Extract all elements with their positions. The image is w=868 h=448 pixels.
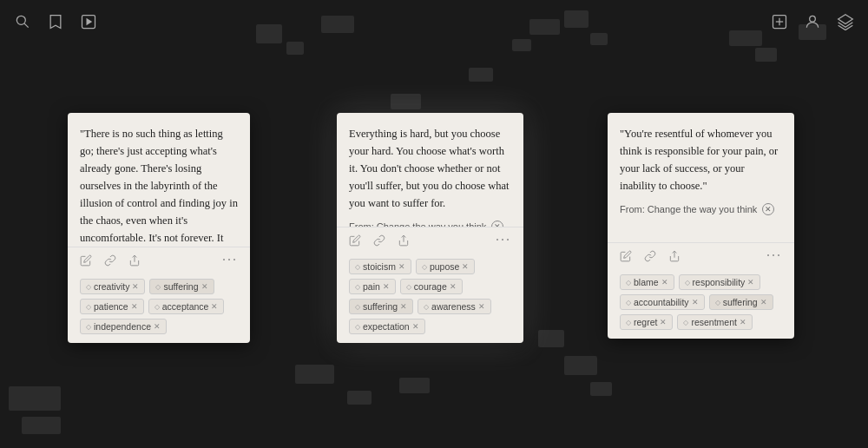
bg-rect xyxy=(22,417,61,434)
card-1: "There is no such thing as letting go; t… xyxy=(68,113,250,343)
tag-regret[interactable]: ◇regret✕ xyxy=(620,314,673,330)
bg-rect xyxy=(538,330,564,347)
card-2-source-close[interactable]: ✕ xyxy=(491,221,503,227)
card-3: "You're resentful of whomever you think … xyxy=(608,113,794,339)
tag-suffering[interactable]: ◇suffering✕ xyxy=(149,279,214,294)
search-icon[interactable] xyxy=(14,13,31,30)
card-2-text: Everything is hard, but you choose your … xyxy=(349,125,511,212)
tag-stoicism[interactable]: ◇stoicism✕ xyxy=(349,259,411,274)
bg-rect xyxy=(590,382,612,396)
toolbar-right xyxy=(771,13,854,30)
share-icon-2[interactable] xyxy=(398,234,410,247)
bg-rect xyxy=(399,378,430,393)
svg-marker-3 xyxy=(87,18,93,25)
tag-suffering-3[interactable]: ◇suffering✕ xyxy=(709,294,773,310)
card-3-source: From: Change the way you think ✕ xyxy=(620,203,782,215)
play-icon[interactable] xyxy=(80,13,97,30)
edit-icon[interactable] xyxy=(80,254,92,267)
link-icon[interactable] xyxy=(104,254,116,267)
tag-accountability[interactable]: ◇accountability✕ xyxy=(620,294,705,310)
tag-awareness[interactable]: ◇awareness✕ xyxy=(418,299,491,314)
svg-line-1 xyxy=(24,23,29,28)
svg-marker-8 xyxy=(838,15,853,24)
link-icon-2[interactable] xyxy=(373,234,385,247)
card-3-tags: ◇blame✕ ◇responsibility✕ ◇accountability… xyxy=(608,269,794,339)
card-3-text: "You're resentful of whomever you think … xyxy=(620,125,782,194)
user-icon[interactable] xyxy=(804,13,821,30)
tag-independence[interactable]: ◇independence✕ xyxy=(80,319,167,334)
more-icon-3[interactable]: ··· xyxy=(766,248,782,264)
bg-rect xyxy=(755,48,777,62)
card-2: Everything is hard, but you choose your … xyxy=(337,113,523,343)
edit-icon-2[interactable] xyxy=(349,234,361,247)
toolbar-left xyxy=(14,13,97,30)
tag-pupose[interactable]: ◇pupose✕ xyxy=(416,259,475,274)
card-2-scroll[interactable]: Everything is hard, but you choose your … xyxy=(337,113,523,227)
card-1-actions: ··· xyxy=(68,247,250,273)
card-3-actions: ··· xyxy=(608,242,794,269)
link-icon-3[interactable] xyxy=(644,250,656,262)
add-icon[interactable] xyxy=(771,13,788,30)
card-2-actions: ··· xyxy=(337,227,523,254)
tag-courage[interactable]: ◇courage✕ xyxy=(400,279,463,294)
card-3-scroll[interactable]: "You're resentful of whomever you think … xyxy=(608,113,794,242)
tag-pain[interactable]: ◇pain✕ xyxy=(349,279,396,294)
svg-point-0 xyxy=(16,16,25,24)
card-3-source-close[interactable]: ✕ xyxy=(762,203,774,215)
bg-rect xyxy=(295,365,334,384)
edit-icon-3[interactable] xyxy=(620,250,632,262)
bg-rect xyxy=(469,68,493,82)
more-icon-2[interactable]: ··· xyxy=(496,233,511,248)
tag-acceptance[interactable]: ◇acceptance✕ xyxy=(148,299,225,314)
bg-rect xyxy=(391,94,421,109)
bg-rect xyxy=(9,386,61,411)
bg-rect xyxy=(286,42,304,55)
toolbar xyxy=(0,0,868,43)
bookmark-icon[interactable] xyxy=(47,13,64,30)
more-icon[interactable]: ··· xyxy=(222,253,238,268)
tag-responsibility[interactable]: ◇responsibility✕ xyxy=(679,274,761,290)
svg-point-7 xyxy=(810,16,816,22)
tag-creativity[interactable]: ◇creativity✕ xyxy=(80,279,145,294)
bg-rect xyxy=(347,391,372,405)
card-2-source: From: Change the way you think ✕ xyxy=(349,221,511,227)
tag-expectation[interactable]: ◇expectation✕ xyxy=(349,319,425,334)
share-icon-3[interactable] xyxy=(668,250,681,262)
bg-rect xyxy=(564,356,597,375)
card-1-scroll[interactable]: "There is no such thing as letting go; t… xyxy=(68,113,250,247)
share-icon[interactable] xyxy=(128,254,141,267)
layers-icon[interactable] xyxy=(837,13,854,30)
tag-patience[interactable]: ◇patience✕ xyxy=(80,299,144,314)
tag-blame[interactable]: ◇blame✕ xyxy=(620,274,674,290)
card-1-tags: ◇creativity✕ ◇suffering✕ ◇patience✕ ◇acc… xyxy=(68,273,250,343)
card-2-tags: ◇stoicism✕ ◇pupose✕ ◇pain✕ ◇courage✕ ◇su… xyxy=(337,254,523,343)
card-1-text: "There is no such thing as letting go; t… xyxy=(80,125,238,247)
tag-suffering-2[interactable]: ◇suffering✕ xyxy=(349,299,413,314)
tag-resentment[interactable]: ◇resentment✕ xyxy=(677,314,753,330)
